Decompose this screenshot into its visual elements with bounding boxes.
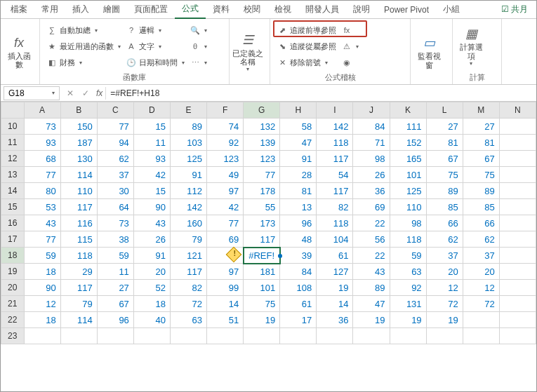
cell-L19[interactable]: 20 xyxy=(426,264,463,280)
cell-N15[interactable] xyxy=(499,199,536,215)
row-header-14[interactable]: 14 xyxy=(1,183,25,199)
cell-D10[interactable]: 15 xyxy=(133,119,170,135)
cell-H19[interactable]: 84 xyxy=(280,264,317,280)
cell-J10[interactable]: 84 xyxy=(353,119,390,135)
cell-J16[interactable]: 22 xyxy=(353,215,390,231)
share-button[interactable]: ☑ 共月 xyxy=(496,1,533,18)
cell-H20[interactable]: 108 xyxy=(280,280,317,296)
cell-L14[interactable]: 89 xyxy=(426,183,463,199)
row-header-10[interactable]: 10 xyxy=(1,119,25,135)
cell-C13[interactable]: 37 xyxy=(97,167,133,183)
cell-K10[interactable]: 111 xyxy=(390,119,426,135)
cell-L12[interactable]: 67 xyxy=(426,151,463,167)
cell-F21[interactable]: 14 xyxy=(207,296,244,312)
cell-G14[interactable]: 178 xyxy=(244,183,280,199)
cell-B16[interactable]: 116 xyxy=(60,215,97,231)
cell-H11[interactable]: 47 xyxy=(280,135,317,151)
cell-M16[interactable]: 66 xyxy=(463,215,499,231)
evaluate-formula-button[interactable]: ◉ xyxy=(342,55,359,69)
col-header-M[interactable]: M xyxy=(463,102,499,119)
cell-G16[interactable]: 173 xyxy=(244,215,280,231)
cell-E11[interactable]: 103 xyxy=(170,135,206,151)
cell-B18[interactable]: 118 xyxy=(60,248,97,264)
cell-B15[interactable]: 117 xyxy=(60,199,97,215)
col-header-I[interactable]: I xyxy=(317,102,353,119)
cell-J17[interactable]: 56 xyxy=(353,231,390,248)
cell-A15[interactable]: 53 xyxy=(24,199,60,215)
cell-B17[interactable]: 115 xyxy=(60,231,97,248)
cell-E16[interactable]: 160 xyxy=(170,215,206,231)
spreadsheet-grid[interactable]: ABCDEFGHIJKLMN10731507715897413258142841… xyxy=(1,102,536,382)
cell-B13[interactable]: 114 xyxy=(60,167,97,183)
cell-I16[interactable]: 118 xyxy=(317,215,353,231)
cell-H21[interactable]: 61 xyxy=(280,296,317,312)
defined-names-button[interactable]: ☰ 已定義之 名稱 ▾ xyxy=(234,22,262,83)
math-button[interactable]: θ xyxy=(190,39,207,53)
cell-K21[interactable]: 131 xyxy=(390,296,426,312)
trace-dependents-button[interactable]: ⬊追蹤從屬參照 xyxy=(277,39,336,53)
cell-J15[interactable]: 69 xyxy=(353,199,390,215)
recent-functions-button[interactable]: ★最近用過的函數 xyxy=(47,39,121,53)
cell-C23[interactable] xyxy=(97,328,133,344)
cell-G11[interactable]: 139 xyxy=(244,135,280,151)
row-header-21[interactable]: 21 xyxy=(1,296,25,312)
cell-L18[interactable]: 37 xyxy=(426,248,463,264)
cell-I20[interactable]: 19 xyxy=(317,280,353,296)
row-header-22[interactable]: 22 xyxy=(1,312,25,328)
cell-E14[interactable]: 112 xyxy=(170,183,206,199)
cell-F14[interactable]: 97 xyxy=(207,183,244,199)
cell-J20[interactable]: 89 xyxy=(353,280,390,296)
cell-C22[interactable]: 96 xyxy=(97,312,133,328)
cancel-formula-button[interactable]: ✕ xyxy=(62,88,78,98)
row-header-18[interactable]: 18 xyxy=(1,248,25,264)
cell-J21[interactable]: 47 xyxy=(353,296,390,312)
tab-developer[interactable]: 開發人員 xyxy=(298,1,346,18)
cell-L13[interactable]: 75 xyxy=(426,167,463,183)
cell-B23[interactable] xyxy=(60,328,97,344)
row-header-20[interactable]: 20 xyxy=(1,280,25,296)
cell-L20[interactable]: 12 xyxy=(426,280,463,296)
cell-K19[interactable]: 63 xyxy=(390,264,426,280)
row-header-17[interactable]: 17 xyxy=(1,231,25,248)
cell-E13[interactable]: 91 xyxy=(170,167,206,183)
tab-home[interactable]: 常用 xyxy=(34,1,65,18)
cell-G10[interactable]: 132 xyxy=(244,119,280,135)
cell-F15[interactable]: 42 xyxy=(207,199,244,215)
cell-B20[interactable]: 117 xyxy=(60,280,97,296)
cell-C21[interactable]: 67 xyxy=(97,296,133,312)
formula-input[interactable]: =#REF!+H18 xyxy=(105,87,536,100)
col-header-C[interactable]: C xyxy=(97,102,133,119)
watch-window-button[interactable]: ▭ 監看視窗 xyxy=(415,22,443,83)
cell-J18[interactable]: 22 xyxy=(353,248,390,264)
cell-H15[interactable]: 13 xyxy=(280,199,317,215)
cell-H13[interactable]: 28 xyxy=(280,167,317,183)
row-header-12[interactable]: 12 xyxy=(1,151,25,167)
cell-L17[interactable]: 62 xyxy=(426,231,463,248)
col-header-K[interactable]: K xyxy=(390,102,426,119)
cell-L10[interactable]: 27 xyxy=(426,119,463,135)
cell-M20[interactable]: 12 xyxy=(463,280,499,296)
col-header-H[interactable]: H xyxy=(280,102,317,119)
cell-L16[interactable]: 66 xyxy=(426,215,463,231)
cell-N17[interactable] xyxy=(499,231,536,248)
cell-C12[interactable]: 62 xyxy=(97,151,133,167)
cell-D19[interactable]: 20 xyxy=(133,264,170,280)
logical-button[interactable]: ?邏輯 xyxy=(126,23,185,37)
cell-F19[interactable]: 97 xyxy=(207,264,244,280)
cell-I10[interactable]: 142 xyxy=(317,119,353,135)
datetime-button[interactable]: 🕒日期和時間 xyxy=(126,55,185,69)
cell-B19[interactable]: 29 xyxy=(60,264,97,280)
cell-K16[interactable]: 98 xyxy=(390,215,426,231)
col-header-E[interactable]: E xyxy=(170,102,206,119)
cell-N21[interactable] xyxy=(499,296,536,312)
cell-D20[interactable]: 52 xyxy=(133,280,170,296)
row-header-11[interactable]: 11 xyxy=(1,135,25,151)
cell-I17[interactable]: 104 xyxy=(317,231,353,248)
cell-G12[interactable]: 123 xyxy=(244,151,280,167)
text-button[interactable]: A文字 xyxy=(126,39,185,53)
cell-H16[interactable]: 96 xyxy=(280,215,317,231)
cell-L11[interactable]: 81 xyxy=(426,135,463,151)
cell-H10[interactable]: 58 xyxy=(280,119,317,135)
cell-N11[interactable] xyxy=(499,135,536,151)
financial-button[interactable]: ◧財務 xyxy=(47,55,121,69)
